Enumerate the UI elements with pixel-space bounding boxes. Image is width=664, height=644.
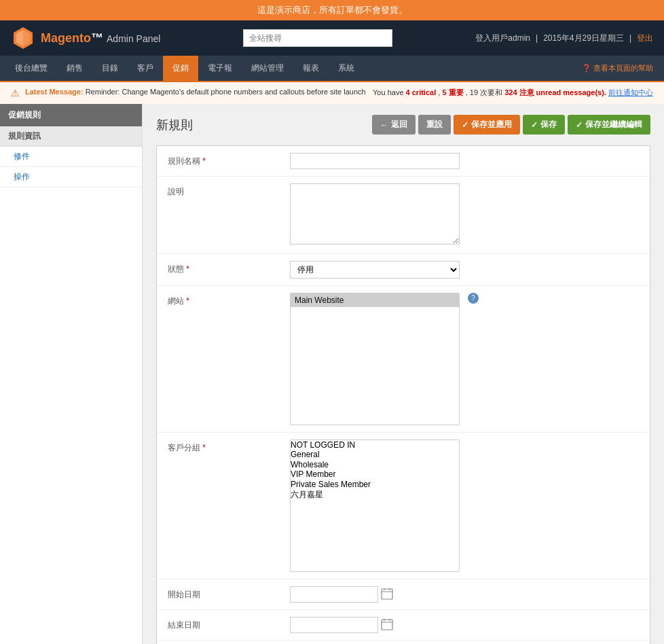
nav-item-reports[interactable]: 報表 <box>293 56 329 81</box>
separator2: | <box>629 33 631 43</box>
website-listbox[interactable]: Main Website <box>290 293 460 425</box>
save-continue-button[interactable]: ✓ 保存並繼續編輯 <box>568 115 650 135</box>
nav-item-sales[interactable]: 銷售 <box>57 56 92 81</box>
top-banner: 這是演示商店，所有訂單都不會發貨。 <box>0 0 664 20</box>
description-textarea[interactable] <box>290 183 460 245</box>
alert-label: Latest Message: <box>25 88 84 96</box>
form-section: 規則名稱 * 說明 狀態 * <box>156 145 650 644</box>
sidebar-item-actions[interactable]: 操作 <box>0 167 142 187</box>
description-field <box>290 183 639 247</box>
customer-group-listbox[interactable]: NOT LOGGED IN General Wholesale VIP Memb… <box>290 440 460 572</box>
sidebar: 促銷規則 規則資訊 修件 操作 <box>0 104 143 644</box>
nav-item-cms[interactable]: 網站管理 <box>242 56 293 81</box>
end-date-label: 結束日期 <box>168 617 290 631</box>
alert-bar: ⚠ Latest Message: Reminder: Change Magen… <box>0 81 664 104</box>
form-row-rule-name: 規則名稱 * <box>157 146 650 177</box>
description-label: 說明 <box>168 183 290 198</box>
back-button[interactable]: ← 返回 <box>372 115 416 135</box>
start-date-input[interactable] <box>290 586 378 603</box>
form-row-end-date: 結束日期 <box>157 610 650 641</box>
nav-right: ❓ 查看本頁面的幫助 <box>582 63 659 73</box>
end-date-container <box>290 617 639 633</box>
website-label: 網站 * <box>168 293 290 307</box>
start-date-container <box>290 586 639 603</box>
save-apply-button[interactable]: ✓ 保存並應用 <box>454 115 520 135</box>
status-label: 狀態 * <box>168 261 290 275</box>
logout-link[interactable]: 登出 <box>637 33 653 44</box>
website-listbox-container: Main Website ? <box>290 293 639 425</box>
save-button[interactable]: ✓ 保存 <box>523 115 565 135</box>
alert-link[interactable]: 前往通知中心 <box>608 88 653 96</box>
banner-text: 這是演示商店，所有訂單都不會發貨。 <box>257 5 407 15</box>
rule-name-field <box>290 153 639 169</box>
content-header: 新規則 ← 返回 重設 ✓ 保存並應用 ✓ 保存 ✓ <box>156 115 650 135</box>
date-label: 2015年4月29日星期三 <box>543 33 624 44</box>
end-date-field <box>290 617 639 633</box>
form-row-website: 網站 * Main Website ? <box>157 286 650 433</box>
logo: Magento™ Admin Panel <box>11 26 160 50</box>
user-label: 登入用戶admin <box>475 33 530 44</box>
form-row-priority: 優先順序 <box>157 641 650 644</box>
sidebar-section-header: 規則資訊 <box>0 126 142 147</box>
form-row-start-date: 開始日期 <box>157 579 650 610</box>
header: Magento™ Admin Panel 登入用戶admin | 2015年4月… <box>0 20 664 56</box>
nav: 後台總覽 銷售 目錄 客戶 促銷 電子報 網站管理 報表 系統 ❓ 查看本頁面的… <box>0 56 664 81</box>
page-title: 新規則 <box>156 117 193 133</box>
form-row-description: 說明 <box>157 177 650 254</box>
rule-name-input[interactable] <box>290 153 460 169</box>
main-container: 促銷規則 規則資訊 修件 操作 新規則 ← 返回 重設 ✓ 保存並應用 <box>0 104 664 644</box>
header-center <box>160 29 475 47</box>
website-help-icon[interactable]: ? <box>468 293 479 304</box>
back-arrow-icon: ← <box>380 120 388 130</box>
magento-logo-icon <box>11 26 35 50</box>
status-field: 停用 啟用 <box>290 261 639 279</box>
start-date-field <box>290 586 639 603</box>
search-input[interactable] <box>243 29 392 47</box>
nav-item-promotions[interactable]: 促銷 <box>163 56 198 81</box>
check-icon-1: ✓ <box>462 120 468 130</box>
rule-name-label: 規則名稱 * <box>168 153 290 167</box>
separator: | <box>536 33 538 43</box>
nav-item-system[interactable]: 系統 <box>329 56 364 81</box>
reset-button[interactable]: 重設 <box>418 115 451 135</box>
customer-group-label: 客戶分組 * <box>168 440 290 454</box>
nav-left: 後台總覽 銷售 目錄 客戶 促銷 電子報 網站管理 報表 系統 <box>5 56 364 81</box>
action-buttons: ← 返回 重設 ✓ 保存並應用 ✓ 保存 ✓ 保存並繼續編輯 <box>372 115 650 135</box>
check-icon-2: ✓ <box>531 120 538 130</box>
check-icon-3: ✓ <box>576 120 583 130</box>
sidebar-title: 促銷規則 <box>0 104 142 126</box>
sidebar-item-conditions[interactable]: 修件 <box>0 147 142 167</box>
help-link[interactable]: 查看本頁面的幫助 <box>593 64 653 72</box>
nav-item-catalog[interactable]: 目錄 <box>92 56 128 81</box>
start-date-calendar-icon[interactable] <box>381 588 393 602</box>
logo-text: Magento™ Admin Panel <box>41 31 160 46</box>
end-date-calendar-icon[interactable] <box>381 618 393 632</box>
start-date-label: 開始日期 <box>168 586 290 601</box>
nav-item-dashboard[interactable]: 後台總覽 <box>5 56 57 81</box>
help-icon: ❓ <box>582 64 591 72</box>
status-select[interactable]: 停用 啟用 <box>290 261 460 279</box>
customer-group-field: NOT LOGGED IN General Wholesale VIP Memb… <box>290 440 639 572</box>
alert-counts: You have 4 critical , 5 重要 , 19 次要和 324 … <box>373 88 653 98</box>
alert-text: Latest Message: Reminder: Change Magento… <box>25 88 367 96</box>
alert-icon: ⚠ <box>11 88 20 99</box>
end-date-input[interactable] <box>290 617 378 633</box>
form-row-customer-group: 客戶分組 * NOT LOGGED IN General Wholesale V… <box>157 433 650 579</box>
svg-rect-3 <box>382 589 392 599</box>
form-row-status: 狀態 * 停用 啟用 <box>157 254 650 286</box>
sidebar-section: 規則資訊 修件 操作 <box>0 126 142 187</box>
website-field: Main Website ? <box>290 293 639 425</box>
alert-message: Reminder: Change Magento's default phone… <box>86 88 366 96</box>
content-area: 新規則 ← 返回 重設 ✓ 保存並應用 ✓ 保存 ✓ <box>143 104 664 644</box>
nav-item-newsletter[interactable]: 電子報 <box>198 56 242 81</box>
svg-rect-7 <box>382 620 392 630</box>
nav-item-customers[interactable]: 客戶 <box>128 56 163 81</box>
header-right: 登入用戶admin | 2015年4月29日星期三 | 登出 <box>475 33 653 44</box>
